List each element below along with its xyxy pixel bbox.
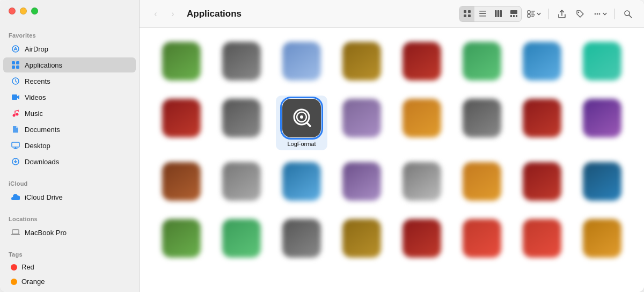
more-actions-button[interactable] bbox=[591, 6, 609, 21]
window-controls bbox=[9, 8, 38, 14]
app-icon-8 bbox=[583, 42, 621, 81]
list-item[interactable] bbox=[516, 39, 568, 87]
svg-rect-14 bbox=[468, 10, 471, 13]
back-button[interactable]: ‹ bbox=[148, 6, 163, 21]
sidebar-item-music[interactable]: Music bbox=[3, 106, 136, 121]
view-grid-button[interactable] bbox=[459, 6, 474, 21]
app-icon-26 bbox=[222, 219, 261, 258]
list-item[interactable] bbox=[216, 39, 267, 87]
sidebar-item-icloud-drive[interactable]: iCloud Drive bbox=[3, 189, 136, 205]
sidebar-item-downloads[interactable]: Downloads bbox=[3, 154, 136, 169]
list-item[interactable] bbox=[336, 216, 387, 264]
forward-button[interactable]: › bbox=[165, 6, 180, 21]
app-icon-17 bbox=[162, 162, 201, 201]
svg-rect-12 bbox=[12, 230, 19, 234]
list-item[interactable] bbox=[276, 216, 327, 264]
sidebar: Favorites AirDrop Applications bbox=[0, 0, 140, 292]
list-item[interactable] bbox=[576, 216, 628, 264]
list-item[interactable] bbox=[336, 96, 387, 150]
app-icon-22 bbox=[463, 162, 501, 201]
music-icon bbox=[11, 108, 20, 118]
close-button[interactable] bbox=[9, 8, 16, 14]
list-item[interactable] bbox=[156, 159, 207, 207]
list-item[interactable] bbox=[396, 96, 448, 150]
documents-label: Documents bbox=[25, 126, 60, 134]
svg-rect-10 bbox=[12, 142, 19, 147]
list-item[interactable] bbox=[156, 96, 207, 150]
tag-button[interactable] bbox=[573, 6, 588, 21]
list-item[interactable] bbox=[216, 159, 267, 207]
svg-rect-29 bbox=[531, 11, 535, 12]
group-button[interactable] bbox=[525, 6, 543, 21]
view-column-button[interactable] bbox=[491, 6, 506, 21]
list-item[interactable] bbox=[456, 216, 508, 264]
svg-rect-32 bbox=[531, 16, 534, 17]
list-item[interactable] bbox=[216, 96, 267, 150]
toolbar-title: Applications bbox=[187, 9, 241, 19]
list-item[interactable] bbox=[156, 216, 207, 264]
list-item[interactable] bbox=[456, 159, 508, 207]
sidebar-item-applications[interactable]: Applications bbox=[3, 57, 136, 72]
svg-point-42 bbox=[300, 115, 303, 119]
list-item[interactable] bbox=[516, 159, 568, 207]
list-item[interactable] bbox=[396, 39, 448, 87]
search-button[interactable] bbox=[620, 6, 635, 21]
list-item[interactable] bbox=[516, 216, 568, 264]
svg-rect-21 bbox=[497, 10, 499, 17]
view-gallery-button[interactable] bbox=[506, 6, 521, 21]
desktop-icon bbox=[11, 141, 20, 150]
laptop-icon bbox=[11, 228, 20, 237]
svg-rect-3 bbox=[16, 61, 19, 64]
recents-label: Recents bbox=[25, 77, 50, 85]
svg-point-36 bbox=[599, 13, 601, 14]
desktop-label: Desktop bbox=[25, 142, 50, 150]
logformat-item[interactable]: LogFormat bbox=[276, 96, 327, 150]
svg-rect-13 bbox=[464, 10, 466, 13]
list-item[interactable] bbox=[156, 39, 207, 87]
sidebar-item-tag-yellow[interactable]: Yellow bbox=[3, 289, 136, 292]
share-button[interactable] bbox=[554, 6, 569, 21]
list-item[interactable] bbox=[456, 39, 508, 87]
sidebar-item-airdrop[interactable]: AirDrop bbox=[3, 41, 136, 56]
list-item[interactable] bbox=[396, 216, 448, 264]
recents-icon bbox=[11, 76, 20, 86]
sidebar-item-videos[interactable]: Videos bbox=[3, 90, 136, 105]
minimize-button[interactable] bbox=[20, 8, 27, 14]
svg-rect-16 bbox=[468, 14, 471, 17]
svg-rect-24 bbox=[510, 15, 512, 17]
sidebar-item-recents[interactable]: Recents bbox=[3, 74, 136, 89]
list-item[interactable] bbox=[336, 159, 387, 207]
downloads-label: Downloads bbox=[25, 158, 59, 166]
list-item[interactable] bbox=[216, 216, 267, 264]
orange-label: Orange bbox=[21, 278, 45, 286]
sidebar-item-tag-orange[interactable]: Orange bbox=[3, 275, 136, 288]
list-item[interactable] bbox=[576, 96, 628, 150]
app-icon-23 bbox=[523, 162, 561, 201]
downloads-icon bbox=[11, 157, 20, 166]
list-item[interactable] bbox=[276, 39, 327, 87]
list-item[interactable] bbox=[396, 159, 448, 207]
svg-point-0 bbox=[12, 46, 19, 52]
maximize-button[interactable] bbox=[31, 8, 38, 14]
list-item[interactable] bbox=[276, 159, 327, 207]
list-item[interactable] bbox=[576, 39, 628, 87]
svg-rect-19 bbox=[479, 16, 486, 17]
toolbar-right bbox=[459, 6, 635, 22]
app-icon-1 bbox=[162, 42, 201, 81]
view-list-button[interactable] bbox=[475, 6, 490, 21]
list-item[interactable] bbox=[336, 39, 387, 87]
list-item[interactable] bbox=[516, 96, 568, 150]
sidebar-item-tag-red[interactable]: Red bbox=[3, 260, 136, 274]
list-item[interactable] bbox=[456, 96, 508, 150]
sidebar-item-documents[interactable]: Documents bbox=[3, 122, 136, 137]
icloud-label: iCloud bbox=[0, 175, 139, 189]
app-icon-19 bbox=[282, 162, 321, 201]
icloud-drive-label: iCloud Drive bbox=[25, 193, 63, 201]
sidebar-item-macbook-pro[interactable]: MacBook Pro bbox=[3, 225, 136, 240]
sidebar-item-desktop[interactable]: Desktop bbox=[3, 138, 136, 153]
macbook-pro-label: MacBook Pro bbox=[25, 229, 67, 237]
app-icon-3 bbox=[282, 42, 321, 81]
videos-icon bbox=[11, 92, 20, 102]
list-item[interactable] bbox=[576, 159, 628, 207]
app-icon-14 bbox=[463, 99, 501, 137]
